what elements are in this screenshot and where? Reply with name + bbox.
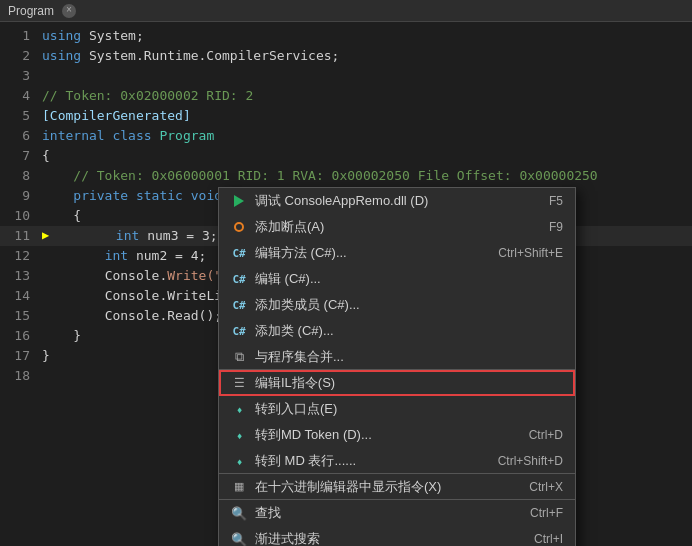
search-icon: 🔍 [231, 506, 247, 521]
menu-shortcut-edit-method: Ctrl+Shift+E [478, 246, 563, 260]
line-number: 16 [0, 326, 42, 346]
line-number: 13 [0, 266, 42, 286]
debug-arrow: ▶ [42, 226, 49, 246]
menu-label-debug: 调试 ConsoleAppRemo.dll (D) [251, 192, 529, 210]
menu-item-incremental[interactable]: 🔍渐进式搜索Ctrl+I [219, 526, 575, 546]
cs-label: C# [232, 247, 245, 260]
add-member-icon: C# [227, 299, 251, 312]
code-line-5: 5[CompilerGenerated] [0, 106, 692, 126]
play-triangle [234, 195, 244, 207]
menu-label-goto-md-row: 转到 MD 表行...... [251, 452, 478, 470]
line-number: 3 [0, 66, 42, 86]
line-number: 15 [0, 306, 42, 326]
line-content: Console.WriteLin [42, 286, 230, 306]
cs-label: C# [232, 325, 245, 338]
menu-shortcut-incremental: Ctrl+I [514, 532, 563, 546]
line-number: 7 [0, 146, 42, 166]
menu-shortcut-find: Ctrl+F [510, 506, 563, 520]
line-content: } [42, 346, 50, 366]
menu-label-add-class: 添加类 (C#)... [251, 322, 563, 340]
line-number: 12 [0, 246, 42, 266]
goto-md-row-icon: ⬧ [227, 454, 251, 468]
menu-label-breakpoint: 添加断点(A) [251, 218, 529, 236]
code-line-8: 8 // Token: 0x06000001 RID: 1 RVA: 0x000… [0, 166, 692, 186]
code-line-1: 1using System; [0, 26, 692, 46]
menu-label-edit-method: 编辑方法 (C#)... [251, 244, 478, 262]
goto-icon: ⬧ [236, 454, 243, 468]
line-content: int num2 = 4; [42, 246, 206, 266]
line-content: } [42, 326, 81, 346]
line-number: 10 [0, 206, 42, 226]
breakpoint-icon [227, 222, 251, 232]
goto-entry-icon: ⬧ [227, 402, 251, 416]
line-content: // Token: 0x02000002 RID: 2 [42, 86, 253, 106]
line-content: using System.Runtime.CompilerServices; [42, 46, 339, 66]
menu-label-combine: 与程序集合并... [251, 348, 563, 366]
line-number: 18 [0, 366, 42, 386]
add-class-icon: C# [227, 325, 251, 338]
menu-shortcut-breakpoint: F9 [529, 220, 563, 234]
combine-icon: ⧉ [227, 349, 251, 365]
menu-item-debug[interactable]: 调试 ConsoleAppRemo.dll (D)F5 [219, 188, 575, 214]
editor: 1using System;2using System.Runtime.Comp… [0, 22, 692, 546]
line-content: { [42, 206, 81, 226]
menu-item-show-hex[interactable]: ▦在十六进制编辑器中显示指令(X)Ctrl+X [219, 474, 575, 500]
menu-label-find: 查找 [251, 504, 510, 522]
menu-label-edit: 编辑 (C#)... [251, 270, 563, 288]
menu-item-edit[interactable]: C#编辑 (C#)... [219, 266, 575, 292]
line-number: 8 [0, 166, 42, 186]
line-number: 4 [0, 86, 42, 106]
cs-label: C# [232, 273, 245, 286]
code-line-6: 6internal class Program [0, 126, 692, 146]
circle-dot [234, 222, 244, 232]
close-button[interactable]: × [62, 4, 76, 18]
menu-item-edit-il[interactable]: ☰编辑IL指令(S) [219, 370, 575, 396]
line-number: 5 [0, 106, 42, 126]
menu-item-breakpoint[interactable]: 添加断点(A)F9 [219, 214, 575, 240]
menu-shortcut-show-hex: Ctrl+X [509, 480, 563, 494]
menu-label-edit-il: 编辑IL指令(S) [251, 374, 563, 392]
code-line-2: 2using System.Runtime.CompilerServices; [0, 46, 692, 66]
find-icon: 🔍 [227, 506, 251, 521]
edit-icon: C# [227, 273, 251, 286]
goto-icon: ⬧ [236, 428, 243, 442]
goto-icon: ⬧ [236, 402, 243, 416]
line-number: 6 [0, 126, 42, 146]
code-line-4: 4// Token: 0x02000002 RID: 2 [0, 86, 692, 106]
line-content: Console.Read(); [42, 306, 222, 326]
menu-shortcut-goto-md-row: Ctrl+Shift+D [478, 454, 563, 468]
title-bar-text: Program [8, 4, 54, 18]
combine-icon: ⧉ [235, 349, 244, 365]
line-content: [CompilerGenerated] [42, 106, 191, 126]
line-content: using System; [42, 26, 144, 46]
menu-item-goto-md[interactable]: ⬧转到MD Token (D)...Ctrl+D [219, 422, 575, 448]
cs-label: C# [232, 299, 245, 312]
title-bar: Program × [0, 0, 692, 22]
code-line-3: 3 [0, 66, 692, 86]
line-number: 17 [0, 346, 42, 366]
line-content: { [42, 146, 50, 166]
menu-shortcut-goto-md: Ctrl+D [509, 428, 563, 442]
menu-item-add-class[interactable]: C#添加类 (C#)... [219, 318, 575, 344]
goto-md-icon: ⬧ [227, 428, 251, 442]
menu-item-goto-entry[interactable]: ⬧转到入口点(E) [219, 396, 575, 422]
debug-icon [227, 195, 251, 207]
line-number: 1 [0, 26, 42, 46]
code-line-7: 7{ [0, 146, 692, 166]
menu-item-add-member[interactable]: C#添加类成员 (C#)... [219, 292, 575, 318]
hex-icon: ▦ [234, 480, 244, 493]
menu-item-combine[interactable]: ⧉与程序集合并... [219, 344, 575, 370]
line-content: int num3 = 3; [53, 226, 217, 246]
edit-il-icon: ☰ [227, 376, 251, 390]
edit-method-icon: C# [227, 247, 251, 260]
menu-item-goto-md-row[interactable]: ⬧转到 MD 表行......Ctrl+Shift+D [219, 448, 575, 474]
line-content: Console.Write("r [42, 266, 230, 286]
context-menu: 调试 ConsoleAppRemo.dll (D)F5添加断点(A)F9C#编辑… [218, 187, 576, 546]
search-icon: 🔍 [231, 532, 247, 547]
menu-label-incremental: 渐进式搜索 [251, 530, 514, 546]
menu-label-goto-md: 转到MD Token (D)... [251, 426, 509, 444]
menu-item-edit-method[interactable]: C#编辑方法 (C#)...Ctrl+Shift+E [219, 240, 575, 266]
line-number: 11 [0, 226, 42, 246]
menu-label-show-hex: 在十六进制编辑器中显示指令(X) [251, 478, 509, 496]
menu-item-find[interactable]: 🔍查找Ctrl+F [219, 500, 575, 526]
